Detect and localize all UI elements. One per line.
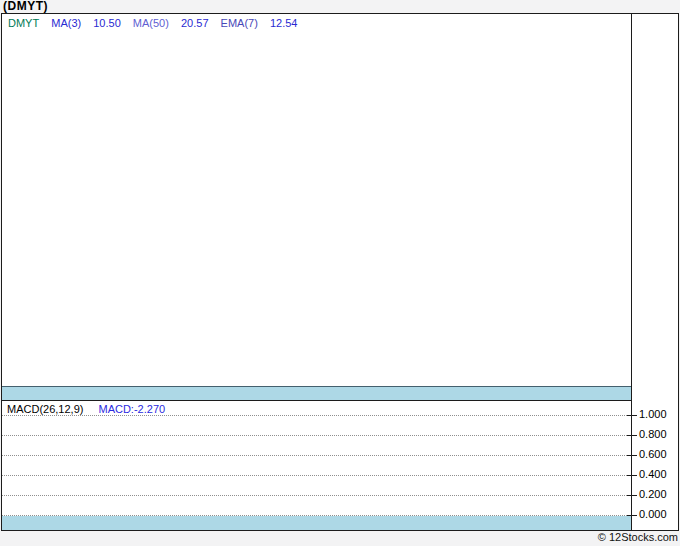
tick-label: 0.400 [639, 468, 667, 480]
tick-mark [627, 515, 637, 516]
macd-gridline [2, 435, 631, 436]
ma50-label: MA(50) [133, 17, 169, 29]
tick-mark [627, 495, 637, 496]
price-panel-legend: DMYT MA(3) 10.50 MA(50) 20.57 EMA(7) 12.… [8, 17, 306, 29]
tick-mark [627, 475, 637, 476]
tick-label: 1.000 [639, 408, 667, 420]
price-area-band [2, 386, 631, 400]
macd-area-band [2, 516, 631, 530]
page-title: (DMYT) [3, 0, 48, 13]
ma3-value: 10.50 [93, 17, 121, 29]
macd-gridline [2, 495, 631, 496]
stock-chart-page: (DMYT) DMYT MA(3) 10.50 MA(50) 20.57 EMA… [0, 0, 680, 546]
tick-label: 0.000 [639, 508, 667, 520]
macd-current-value: MACD:-2.270 [98, 403, 165, 415]
chart-frame: DMYT MA(3) 10.50 MA(50) 20.57 EMA(7) 12.… [1, 13, 679, 531]
copyright-link[interactable]: © 12Stocks.com [598, 531, 678, 543]
y-axis-column: 1.000 0.800 0.600 0.400 0.200 0.000 [631, 14, 678, 530]
macd-gridline [2, 475, 631, 476]
tick-mark [627, 435, 637, 436]
ma3-label: MA(3) [51, 17, 81, 29]
tick-label: 0.800 [639, 428, 667, 440]
tick-label: 0.600 [639, 448, 667, 460]
tick-label: 0.200 [639, 488, 667, 500]
ma50-value: 20.57 [181, 17, 209, 29]
price-panel: DMYT MA(3) 10.50 MA(50) 20.57 EMA(7) 12.… [2, 14, 631, 400]
macd-legend: MACD(26,12,9) MACD:-2.270 [7, 403, 165, 415]
macd-gridline [2, 455, 631, 456]
macd-panel: MACD(26,12,9) MACD:-2.270 [2, 401, 631, 530]
tick-mark [627, 415, 637, 416]
tick-mark [627, 455, 637, 456]
ema7-label: EMA(7) [221, 17, 258, 29]
macd-params-label: MACD(26,12,9) [7, 403, 83, 415]
macd-gridline [2, 415, 631, 416]
ema7-value: 12.54 [270, 17, 298, 29]
ticker-symbol-label: DMYT [8, 17, 39, 29]
